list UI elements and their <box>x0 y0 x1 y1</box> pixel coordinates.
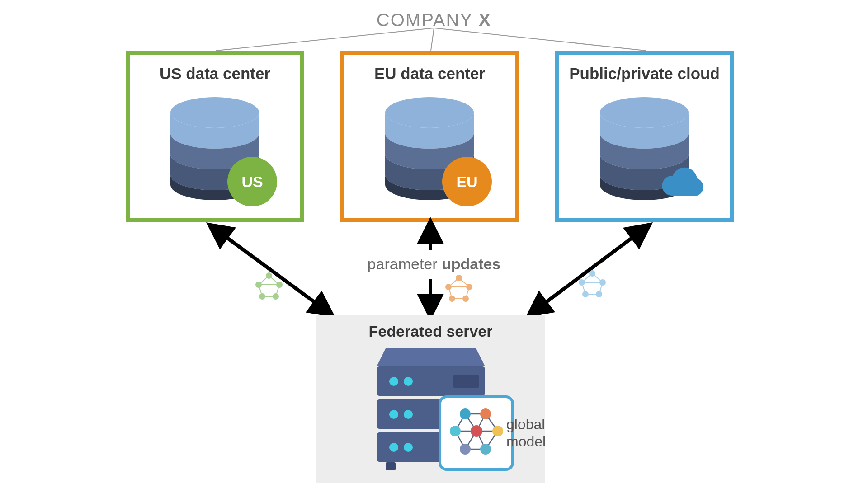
svg-point-16 <box>266 273 272 278</box>
svg-point-18 <box>277 282 282 287</box>
svg-point-77 <box>480 444 491 455</box>
svg-point-20 <box>273 294 278 299</box>
svg-point-42 <box>596 291 602 297</box>
svg-point-55 <box>404 443 413 452</box>
svg-point-40 <box>600 280 605 285</box>
svg-point-28 <box>446 284 451 290</box>
svg-point-29 <box>467 284 472 290</box>
svg-point-54 <box>389 443 398 452</box>
svg-point-31 <box>463 296 468 301</box>
svg-point-41 <box>583 291 588 297</box>
model-mini-icon-us <box>253 271 285 303</box>
svg-point-50 <box>389 410 398 419</box>
svg-point-75 <box>471 425 482 437</box>
svg-rect-57 <box>386 462 396 470</box>
svg-point-51 <box>404 410 413 419</box>
model-mini-icon-cloud <box>576 269 608 300</box>
global-model-icon <box>447 404 506 463</box>
global-model-card <box>439 395 514 471</box>
svg-point-19 <box>259 294 265 299</box>
svg-point-39 <box>579 280 585 285</box>
svg-point-72 <box>480 408 491 419</box>
svg-point-74 <box>492 426 503 436</box>
federated-title: Federated server <box>316 323 545 340</box>
svg-marker-43 <box>377 348 485 366</box>
svg-point-71 <box>460 408 471 419</box>
svg-point-30 <box>449 296 455 301</box>
svg-rect-48 <box>453 375 479 388</box>
svg-point-38 <box>590 271 595 276</box>
parameter-updates-label: parameter updates <box>0 255 868 273</box>
svg-point-73 <box>450 426 461 436</box>
svg-point-27 <box>456 275 462 281</box>
model-mini-icon-eu <box>443 273 475 305</box>
svg-point-17 <box>256 282 261 287</box>
svg-point-47 <box>404 377 413 386</box>
svg-point-46 <box>389 377 398 386</box>
svg-point-76 <box>460 444 471 455</box>
global-model-label: global model <box>506 416 546 450</box>
